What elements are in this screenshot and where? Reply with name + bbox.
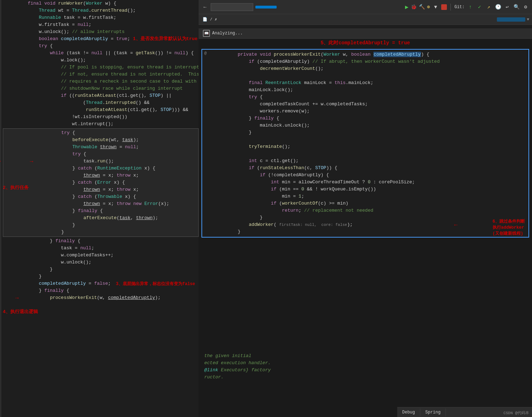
right-code-line-13: int c = ctl.get();: [202, 157, 528, 165]
code-line: thrown = x; throw x;: [3, 186, 198, 193]
code-line: try {: [3, 43, 199, 50]
code-line: try {: [3, 151, 198, 158]
right-code-line-18: min = 1;: [202, 193, 528, 200]
file-progress: [497, 17, 525, 22]
top-toolbar: ← ▶ 🐞 🔨 ⊕ ▼ Git: ↑ ✓ ↗ 🕐 ↩ 🔍 ⚙: [199, 0, 532, 14]
annotation-execute-label: 2、执行任务: [3, 184, 29, 191]
code-line: beforeExecute(wt, task);: [3, 137, 198, 144]
code-line: task = null;: [3, 245, 199, 252]
coverage-button[interactable]: ⊕: [427, 4, 430, 10]
code-line: !wt.isInterrupted()): [3, 113, 199, 121]
code-line: Runnable task = w.firstTask;: [3, 14, 199, 21]
annotation-title-5: 5、此时completedAbruptly = true: [321, 40, 410, 46]
code-line: (Thread.interrupted() &&: [3, 99, 199, 106]
git-history-icon[interactable]: 🕐: [494, 4, 501, 11]
code-line: } catch (Error x) {: [3, 179, 198, 186]
right-code-line-1: private void processWorkerExit(Worker w,…: [202, 51, 528, 58]
right-code-line-3: decrementWorkerCount();: [202, 65, 528, 72]
toolbar2-dropdown[interactable]: ▼: [527, 17, 529, 22]
breadcrumb-path: / ✗: [210, 17, 217, 22]
right-code-line-addworker: addWorker( firstTask: null, core: false)…: [202, 221, 528, 228]
right-code-line-4: final ReentrantLock mainLock = this.main…: [202, 79, 528, 87]
navigation-input[interactable]: [211, 3, 253, 11]
right-code-line-10: mainLock.unlock();: [202, 122, 528, 129]
undo-icon[interactable]: ↩: [504, 4, 511, 11]
right-code-line-5: mainLock.lock();: [202, 87, 528, 94]
csdn-badge: CSDN @代码丰: [503, 410, 529, 416]
file-icon[interactable]: 📄: [201, 16, 209, 23]
right-code-line-19: if (workerCountOf(c) >= min): [202, 200, 528, 207]
right-code-panel: 5、此时completedAbruptly = true @ private v…: [199, 39, 532, 417]
right-code-line-20: return; // replacement not needed: [202, 207, 528, 214]
right-code-line-empty3: [202, 150, 528, 157]
code-line: // if not, ensure thread is not interrup…: [3, 71, 199, 78]
annotation-execute-task: 2、执行任务: [0, 158, 1, 165]
arrow-exit: →: [15, 295, 19, 301]
right-code-line-9: } finally {: [202, 115, 528, 122]
right-code-line-empty2: [202, 136, 528, 143]
code-line: }: [3, 222, 198, 229]
code-line: afterExecute(task, thrown);: [3, 215, 198, 222]
annotation-exit-label: 4、执行退出逻辑: [3, 308, 38, 315]
javadoc-panel: the given initial ected execution handle…: [199, 350, 532, 406]
right-code-line-21: }: [202, 214, 528, 221]
code-line-process-exit: → processWorkerExit(w, completedAbruptly…: [3, 294, 199, 301]
second-toolbar: 📄 / ✗ ▼: [199, 14, 532, 25]
code-line: // shutdownNow race while clearing inter…: [3, 85, 199, 92]
right-code-line-17: if (min == 0 && ! workQueue.isEmpty()): [202, 186, 528, 193]
code-line: wt.interrupt();: [3, 121, 199, 128]
right-code-line-15: if (!completedAbruptly) {: [202, 172, 528, 179]
code-line: } catch (RuntimeException x) {: [3, 165, 198, 172]
left-code-panel: final void runWorker(Worker w) { Thread …: [0, 0, 199, 417]
code-line: w.unlock();: [3, 259, 199, 266]
right-code-line-2: if (completedAbruptly) // If abrupt, the…: [202, 58, 528, 65]
debug-button[interactable]: 🐞: [411, 4, 417, 10]
code-line-completed-false: completedAbruptly = false; 3、底层抛出异常，标志位没…: [3, 280, 199, 287]
right-code-line-8: workers.remove(w);: [202, 108, 528, 115]
run-button[interactable]: ▶: [405, 4, 409, 11]
right-code-line-6: try {: [202, 94, 528, 101]
right-code-line-16: int min = allowCoreThreadTimeOut ? 0 : c…: [202, 179, 528, 186]
git-arrow-icon[interactable]: ↗: [485, 4, 492, 11]
profile-dropdown[interactable]: ▼: [432, 4, 439, 11]
code-line: w.completedTasks++;: [3, 252, 199, 259]
code-line: } finally {: [3, 238, 199, 245]
code-line: // If pool is stopping, ensure thread is…: [3, 64, 199, 71]
right-code-line-11: }: [202, 129, 528, 136]
code-line: } finally {: [3, 287, 199, 294]
code-line: final void runWorker(Worker w) {: [3, 0, 199, 7]
code-line: runStateAtLeast(ctl.get(), STOP))) &&: [3, 106, 199, 113]
code-line: w.lock();: [3, 57, 199, 64]
code-line: thrown = x; throw x;: [3, 172, 198, 179]
code-line-task-run: 2、执行任务 → task.run();: [3, 158, 198, 165]
settings-icon[interactable]: ⚙: [522, 4, 529, 11]
code-line: Thread wt = Thread.currentThread();: [3, 7, 199, 14]
stop-button[interactable]: [441, 4, 447, 10]
code-line: } catch (Throwable x) {: [3, 193, 198, 200]
code-line: thrown = x; throw new Error(x);: [3, 200, 198, 207]
annotation-no-false: 3、底层抛出异常，标志位没有变为false: [116, 281, 195, 287]
progress-bar: [255, 6, 277, 9]
code-line: }: [3, 273, 199, 280]
method-overlay-box: @ private void processWorkerExit(Worker …: [201, 49, 529, 238]
arrow-addworker: ←: [454, 222, 458, 228]
git-check-icon[interactable]: ✓: [476, 4, 483, 11]
tab-spring[interactable]: Spring: [420, 408, 446, 416]
right-code-line-empty: [202, 72, 528, 79]
search-icon[interactable]: 🔍: [513, 4, 520, 11]
tab-debug[interactable]: Debug: [397, 408, 420, 416]
code-line-completed-abruptly: boolean completedAbruptly = true; 1、是否发生…: [3, 35, 199, 43]
git-push-icon[interactable]: ↑: [467, 4, 474, 11]
build-button[interactable]: 🔨: [419, 4, 425, 10]
code-line: try {: [3, 129, 198, 137]
book-icon: 📖: [203, 30, 210, 37]
right-code-line-22: }: [202, 228, 528, 235]
right-code-line-14: if (runStateLessThan(c, STOP)) {: [202, 165, 528, 172]
code-line: w.unlock(); // allow interrupts: [3, 28, 199, 35]
code-line: // requires a recheck in second case to …: [3, 78, 199, 85]
arrow-execute: →: [30, 159, 33, 165]
code-line: w.firstTask = null;: [3, 21, 199, 28]
code-line: Throwable thrown = null;: [3, 144, 198, 151]
right-code-line-7: completedTaskCount += w.completedTasks;: [202, 101, 528, 108]
back-icon[interactable]: ←: [201, 4, 209, 11]
